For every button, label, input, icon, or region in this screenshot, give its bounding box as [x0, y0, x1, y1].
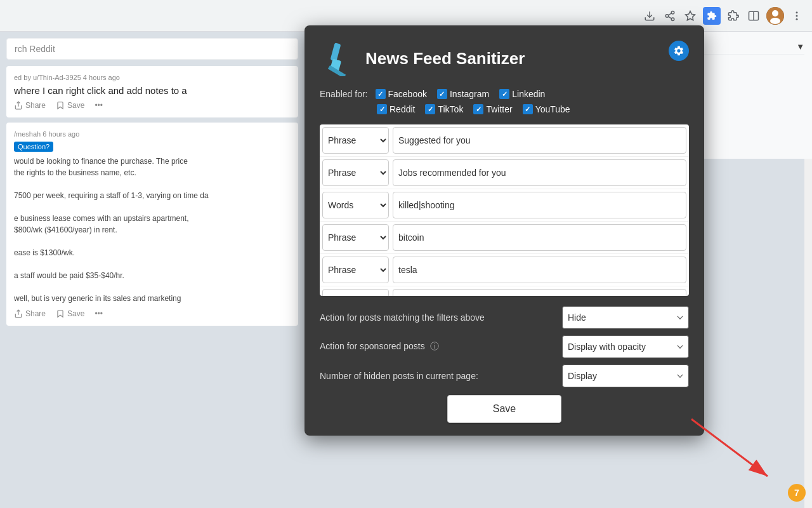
- filter-text-input-4[interactable]: [393, 257, 686, 283]
- filter-text-input-5[interactable]: [393, 289, 686, 296]
- avatar[interactable]: [766, 7, 784, 25]
- youtube-checkbox-item: YouTube: [523, 104, 570, 114]
- svg-point-3: [671, 18, 674, 21]
- svg-line-4: [668, 17, 671, 18]
- facebook-checkbox-item: Facebook: [376, 89, 427, 99]
- youtube-label: YouTube: [535, 104, 570, 114]
- share-icon[interactable]: [662, 8, 678, 23]
- save-action-1[interactable]: Save: [56, 101, 84, 110]
- filter-list: PhraseWordsRegex PhraseWordsRegex Phrase…: [320, 124, 689, 296]
- reddit-checkbox-item: Reddit: [377, 104, 415, 114]
- popup-title: News Feed Sanitizer: [365, 49, 525, 69]
- filter-type-select-5[interactable]: PhraseWordsRegex: [322, 289, 389, 296]
- share-action-1[interactable]: Share: [14, 101, 46, 110]
- filter-row-2: PhraseWordsRegex: [320, 189, 689, 222]
- filter-text-input-2[interactable]: [393, 192, 686, 218]
- filter-row-1: PhraseWordsRegex: [320, 157, 689, 189]
- tiktok-checkbox[interactable]: [425, 104, 435, 114]
- filter-row-3: PhraseWordsRegex: [320, 222, 689, 254]
- action-hidden-count-label: Number of hidden posts in current page:: [320, 371, 562, 381]
- tiktok-checkbox-item: TikTok: [425, 104, 463, 114]
- instagram-checkbox-item: Instagram: [437, 89, 489, 99]
- linkedin-checkbox[interactable]: [499, 89, 509, 99]
- svg-point-10: [772, 10, 778, 17]
- settings-button[interactable]: [669, 41, 689, 61]
- dropdown-arrow: ▼: [796, 42, 804, 51]
- action-hidden-count-select[interactable]: Display Hide: [562, 364, 689, 387]
- split-view-icon[interactable]: [746, 8, 761, 23]
- reddit-label: Reddit: [390, 104, 415, 114]
- download-icon[interactable]: [642, 8, 657, 23]
- post-title-1: where I can right click and add notes to…: [14, 85, 291, 96]
- share-action-2[interactable]: Share: [14, 309, 46, 318]
- reddit-content-panel: rch Reddit ed by u/Thin-Ad-3925 4 hours …: [0, 32, 304, 508]
- svg-point-14: [796, 18, 798, 20]
- reddit-search-bar: rch Reddit: [6, 38, 298, 60]
- filter-type-select-1[interactable]: PhraseWordsRegex: [322, 159, 389, 186]
- star-icon[interactable]: [683, 8, 698, 23]
- more-action-1[interactable]: •••: [95, 101, 103, 110]
- twitter-checkbox-item: Twitter: [473, 104, 512, 114]
- twitter-label: Twitter: [486, 104, 512, 114]
- reddit-checkbox[interactable]: [377, 104, 387, 114]
- reddit-post-1: ed by u/Thin-Ad-3925 4 hours ago where I…: [6, 66, 298, 117]
- notification-badge: 7: [788, 484, 806, 502]
- search-text: rch Reddit: [15, 44, 55, 54]
- right-panel: a ▼: [685, 32, 812, 159]
- filter-type-select-4[interactable]: PhraseWordsRegex: [322, 257, 389, 283]
- info-icon[interactable]: ⓘ: [430, 341, 439, 351]
- more-action-2[interactable]: •••: [95, 309, 103, 318]
- post-meta-2: /meshah 6 hours ago: [14, 130, 291, 138]
- facebook-checkbox[interactable]: [376, 89, 386, 99]
- action-sponsored-label: Action for sponsored posts ⓘ: [320, 341, 562, 352]
- action-filter-match-select[interactable]: Hide Dim Display: [562, 306, 689, 329]
- action-row-sponsored: Action for sponsored posts ⓘ Hide Dim Di…: [320, 335, 689, 358]
- filter-row-0: PhraseWordsRegex: [320, 124, 689, 157]
- post-actions-1: Share Save •••: [14, 101, 291, 110]
- linkedin-checkbox-item: Linkedin: [499, 89, 545, 99]
- enabled-section: Enabled for: Facebook Instagram Linkedin…: [320, 89, 689, 114]
- save-button[interactable]: Save: [447, 395, 561, 423]
- filter-type-select-2[interactable]: PhraseWordsRegex: [322, 192, 389, 218]
- filter-text-input-3[interactable]: [393, 224, 686, 251]
- right-panel-dropdown: a ▼: [693, 39, 804, 55]
- tiktok-label: TikTok: [438, 104, 463, 114]
- enabled-label: Enabled for:: [320, 89, 368, 99]
- broom-icon: [320, 41, 355, 76]
- post-actions-2: Share Save •••: [14, 309, 291, 318]
- instagram-label: Instagram: [450, 89, 489, 99]
- post-body-2: would be looking to finance the purchase…: [14, 156, 291, 304]
- more-icon[interactable]: [789, 8, 804, 23]
- puzzle-icon[interactable]: [726, 8, 741, 23]
- filter-text-input-0[interactable]: [393, 127, 686, 154]
- post-meta-1: ed by u/Thin-Ad-3925 4 hours ago: [14, 74, 291, 81]
- svg-point-11: [770, 18, 780, 24]
- filter-type-select-0[interactable]: PhraseWordsRegex: [322, 127, 389, 154]
- facebook-label: Facebook: [388, 89, 427, 99]
- action-sponsored-select[interactable]: Hide Dim Display with opacity Display: [562, 335, 689, 358]
- svg-rect-17: [331, 43, 341, 62]
- post-tag-2: Question?: [14, 142, 53, 152]
- enabled-row-2: Reddit TikTok Twitter YouTube: [377, 104, 689, 114]
- svg-marker-6: [686, 11, 695, 20]
- twitter-checkbox[interactable]: [473, 104, 483, 114]
- action-filter-match-label: Action for posts matching the filters ab…: [320, 312, 562, 323]
- instagram-checkbox[interactable]: [437, 89, 447, 99]
- extension-color-icon[interactable]: [703, 7, 721, 25]
- badge-count: 7: [794, 488, 799, 498]
- svg-point-2: [665, 14, 669, 17]
- news-feed-sanitizer-popup: News Feed Sanitizer Enabled for: Faceboo…: [304, 25, 704, 436]
- svg-point-12: [796, 11, 798, 13]
- linkedin-label: Linkedin: [512, 89, 545, 99]
- enabled-row-1: Enabled for: Facebook Instagram Linkedin: [320, 89, 689, 99]
- popup-header: News Feed Sanitizer: [320, 41, 689, 76]
- action-row-hidden-count: Number of hidden posts in current page: …: [320, 364, 689, 387]
- reddit-post-2: /meshah 6 hours ago Question? would be l…: [6, 123, 298, 326]
- filter-row-4: PhraseWordsRegex: [320, 254, 689, 286]
- svg-point-13: [796, 15, 798, 17]
- filter-type-select-3[interactable]: PhraseWordsRegex: [322, 224, 389, 251]
- youtube-checkbox[interactable]: [523, 104, 533, 114]
- filter-text-input-1[interactable]: [393, 159, 686, 186]
- filter-row-5: PhraseWordsRegex: [320, 286, 689, 296]
- save-action-2[interactable]: Save: [56, 309, 84, 318]
